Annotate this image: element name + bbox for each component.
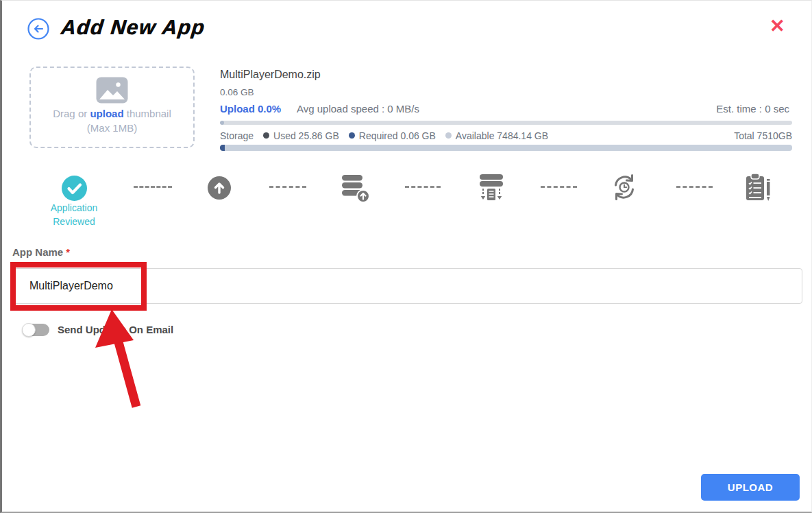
dropzone-text: Drag or upload thumbnail (Max 1MB) [31, 106, 193, 135]
storage-used-legend: Used 25.86 GB [263, 130, 339, 141]
back-button[interactable] [27, 18, 49, 40]
app-name-label: App Name * [12, 246, 70, 258]
close-icon[interactable]: ✕ [770, 17, 785, 36]
step-processing [611, 174, 638, 204]
file-size: 0.06 GB [220, 87, 254, 97]
database-upload-icon [341, 174, 371, 204]
storage-used-value: Used 25.86 GB [273, 130, 339, 141]
step-store-to-database [341, 174, 371, 206]
step-extract-data [476, 174, 506, 206]
step-connector [541, 186, 577, 188]
toggle-knob [22, 323, 36, 337]
image-placeholder-icon [96, 77, 128, 104]
database-extract-icon [476, 174, 506, 204]
upload-progress-label: Upload 0.0% [220, 103, 281, 115]
upload-button[interactable]: UPLOAD [701, 474, 800, 501]
annotation-arrow-icon [90, 304, 158, 414]
storage-available-value: Available 7484.14 GB [456, 130, 548, 141]
storage-usage-bar [220, 145, 792, 151]
app-name-input[interactable] [12, 268, 802, 304]
check-circle-icon [62, 176, 87, 201]
step-upload [208, 176, 231, 202]
page-title: Add New App [60, 16, 206, 39]
add-new-app-dialog: Add New App ✕ Drag or upload thumbnail (… [0, 0, 812, 513]
required-marker: * [66, 246, 70, 258]
required-dot-icon [349, 132, 355, 139]
storage-total: Total 7510GB [734, 130, 792, 141]
file-name: MultiPlayerDemo.zip [220, 69, 321, 81]
drag-suffix-text: thumbnail [127, 108, 171, 119]
available-dot-icon [445, 132, 452, 139]
avg-upload-speed: Avg upload speed : 0 MB/s [297, 103, 419, 115]
storage-required-value: Required 0.06 GB [359, 130, 436, 141]
storage-required-legend: Required 0.06 GB [349, 130, 436, 141]
checklist-clipboard-icon [744, 174, 772, 202]
step-application-reviewed [62, 176, 87, 204]
used-dot-icon [263, 132, 269, 139]
sync-clock-icon [611, 174, 638, 201]
step-connector [405, 186, 441, 188]
app-name-label-text: App Name [12, 246, 63, 258]
step-connector [134, 186, 172, 188]
storage-legend: Storage Used 25.86 GB Required 0.06 GB A… [220, 130, 792, 141]
step-connector [676, 186, 713, 188]
thumbnail-dropzone[interactable]: Drag or upload thumbnail (Max 1MB) [29, 67, 195, 148]
upload-arrow-circle-icon [208, 176, 231, 200]
upload-progress-bar [220, 121, 792, 125]
storage-available-legend: Available 7484.14 GB [445, 130, 548, 141]
arrow-left-circle-icon [27, 18, 49, 40]
drag-prefix-text: Drag or [53, 108, 87, 119]
email-updates-label: Send Updates On Email [58, 324, 173, 335]
estimated-time: Est. time : 0 sec [716, 103, 789, 115]
upload-thumbnail-link[interactable]: upload [90, 108, 123, 119]
email-updates-toggle[interactable] [22, 323, 49, 337]
storage-label: Storage [220, 130, 254, 141]
step-connector [269, 186, 306, 188]
step-application-reviewed-label: Application Reviewed [36, 201, 112, 228]
step-review-checklist [744, 174, 772, 205]
max-size-note: (Max 1MB) [87, 122, 137, 134]
